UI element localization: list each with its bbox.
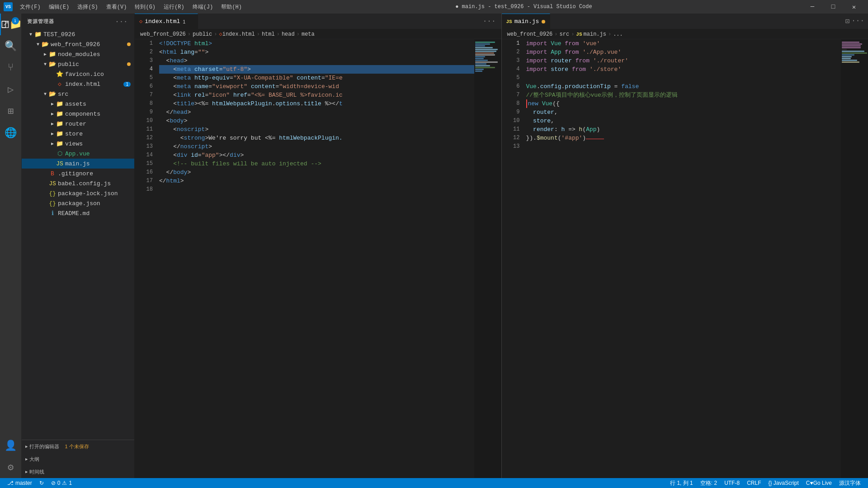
bc-item[interactable]: head xyxy=(282,31,295,38)
bc-item[interactable]: main.js xyxy=(584,31,606,38)
activity-search[interactable]: 🔍 xyxy=(0,35,22,57)
status-branch[interactable]: ⎇ master xyxy=(4,478,36,488)
maximize-button[interactable]: □ xyxy=(823,0,844,14)
bc-item[interactable]: web_front_0926 xyxy=(140,31,186,38)
status-indent[interactable]: 空格: 2 xyxy=(697,478,721,488)
activity-remote[interactable]: 🌐 xyxy=(0,122,22,144)
activity-account[interactable]: 👤 xyxy=(0,435,22,456)
tab-index-html[interactable]: ◇ index.html 1 ✕ xyxy=(135,14,198,29)
titlebar-menu[interactable]: 文件(F) 编辑(E) 选择(S) 查看(V) 转到(G) 运行(R) 终端(J… xyxy=(16,2,245,12)
sidebar-item-package[interactable]: ▶ {} package.json xyxy=(22,198,134,208)
sidebar-item-babel[interactable]: ▶ JS babel.config.js xyxy=(22,178,134,188)
left-tab-actions[interactable]: ··· xyxy=(481,15,501,27)
position-label: 行 1, 列 1 xyxy=(670,479,693,487)
code-token xyxy=(191,39,194,48)
sidebar-item-src[interactable]: ▼ 📂 src xyxy=(22,89,134,99)
status-live[interactable]: C♥Go Live xyxy=(802,478,835,488)
md-file-icon: ℹ xyxy=(49,210,56,217)
sidebar-item-main-js[interactable]: ▶ JS main.js xyxy=(22,159,134,169)
expand-arrow[interactable]: ▼ xyxy=(27,31,34,38)
sidebar-item-views[interactable]: ▶ 📁 views xyxy=(22,139,134,149)
activity-extensions[interactable]: ⊞ xyxy=(0,100,22,122)
activity-run[interactable]: ▷ xyxy=(0,79,22,100)
status-encoding[interactable]: UTF-8 xyxy=(721,478,743,488)
expand-arrow[interactable]: ▶ xyxy=(49,140,56,147)
expand-arrow[interactable]: ▶ xyxy=(49,130,56,137)
code-token xyxy=(191,82,194,91)
sidebar-item-public[interactable]: ▼ 📂 public xyxy=(22,59,134,69)
menu-run[interactable]: 运行(R) xyxy=(160,2,188,12)
menu-edit[interactable]: 编辑(E) xyxy=(45,2,73,12)
expand-arrow[interactable]: ▼ xyxy=(34,41,42,48)
mini-line xyxy=(475,58,484,59)
bc-item[interactable]: index.html xyxy=(222,31,255,38)
open-editors-section[interactable]: ▶ 打开的编辑器 1 个未保存 xyxy=(22,440,134,453)
code-token: config xyxy=(540,82,561,91)
bc-item[interactable]: ... xyxy=(613,31,623,38)
minimize-button[interactable]: ─ xyxy=(802,0,823,14)
bc-sep: › xyxy=(277,31,280,38)
menu-goto[interactable]: 转到(G) xyxy=(131,2,159,12)
activity-explorer[interactable]: 1 📁 xyxy=(0,14,22,35)
menu-help[interactable]: 帮助(H) xyxy=(217,2,245,12)
tab-main-js[interactable]: JS main.js xyxy=(502,14,551,29)
bc-item[interactable]: meta xyxy=(302,31,315,38)
sidebar-item-package-lock[interactable]: ▶ {} package-lock.json xyxy=(22,188,134,198)
sidebar-item-favicon[interactable]: ▶ ⭐ favicon.ico xyxy=(22,69,134,79)
new-file-icon[interactable]: ··· xyxy=(114,17,129,26)
bc-item[interactable]: html xyxy=(262,31,275,38)
menu-select[interactable]: 选择(S) xyxy=(74,2,102,12)
sidebar-item-components[interactable]: ▶ 📁 components xyxy=(22,109,134,119)
right-code-content[interactable]: import Vue from 'vue' import xyxy=(524,39,841,478)
status-font[interactable]: 源汉字体 xyxy=(835,478,864,488)
expand-arrow[interactable]: ▶ xyxy=(42,51,49,58)
menu-file[interactable]: 文件(F) xyxy=(16,2,44,12)
sidebar-item-assets[interactable]: ▶ 📁 assets xyxy=(22,99,134,109)
bc-item[interactable]: src xyxy=(560,31,570,38)
sidebar-item-readme[interactable]: ▶ ℹ README.md xyxy=(22,208,134,218)
sidebar-root[interactable]: ▼ 📁 TEST_0926 xyxy=(22,29,134,39)
status-errors[interactable]: ⊘ 0 ⚠ 1 xyxy=(47,478,75,488)
sidebar-item-web_front_0926[interactable]: ▼ 📂 web_front_0926 xyxy=(22,39,134,49)
activity-settings[interactable]: ⚙ xyxy=(0,456,22,478)
activity-source-control[interactable]: ⑂ xyxy=(0,57,22,79)
left-code-editor[interactable]: 1 2 3 4 5 6 7 8 9 10 11 12 13 xyxy=(135,39,501,478)
bc-item[interactable]: web_front_0926 xyxy=(507,31,553,38)
sidebar-header-icons[interactable]: ··· xyxy=(114,17,129,26)
status-language[interactable]: {} JavaScript xyxy=(764,478,802,488)
sidebar-item-store[interactable]: ▶ 📁 store xyxy=(22,129,134,139)
timeline-section[interactable]: ▶ 时间线 xyxy=(22,465,134,478)
outline-section[interactable]: ▶ 大纲 xyxy=(22,453,134,465)
code-token: < xyxy=(159,151,177,160)
right-code-editor[interactable]: 1 2 3 4 5 6 7 8 9 10 11 12 13 xyxy=(502,39,868,478)
status-position[interactable]: 行 1, 列 1 xyxy=(666,478,697,488)
right-pane-actions[interactable]: ⊡ ··· xyxy=(845,17,868,26)
sidebar-item-node_modules[interactable]: ▶ 📁 node_modules xyxy=(22,49,134,59)
bc-item[interactable]: public xyxy=(193,31,212,38)
expand-arrow[interactable]: ▼ xyxy=(42,61,49,68)
section-label: 打开的编辑器 xyxy=(29,443,59,450)
sidebar-item-app-vue[interactable]: ▶ ⬡ App.vue xyxy=(22,149,134,159)
close-button[interactable]: ✕ xyxy=(844,0,864,14)
sidebar-item-index-html[interactable]: ▶ ◇ index.html 1 xyxy=(22,79,134,89)
expand-arrow[interactable]: ▶ xyxy=(49,100,56,108)
status-eol[interactable]: CRLF xyxy=(743,478,764,488)
sidebar-item-gitignore[interactable]: ▶ B .gitignore xyxy=(22,169,134,178)
window-controls[interactable]: ─ □ ✕ xyxy=(802,0,864,14)
expand-arrow[interactable]: ▼ xyxy=(42,90,49,98)
mini-line xyxy=(842,51,864,52)
folder-open-icon: 📂 xyxy=(49,90,56,98)
more-actions-icon[interactable]: ··· xyxy=(481,15,498,27)
menu-view[interactable]: 查看(V) xyxy=(103,2,131,12)
code-token xyxy=(191,91,194,99)
code-token: < xyxy=(159,125,177,134)
status-sync[interactable]: ↻ xyxy=(36,478,47,488)
left-code-content[interactable]: <!DOCTYPE html> <html lang=""> <head> xyxy=(157,39,474,478)
sidebar-item-router[interactable]: ▶ 📁 router xyxy=(22,119,134,129)
more-actions-icon[interactable]: ··· xyxy=(851,17,864,26)
split-editor-icon[interactable]: ⊡ xyxy=(845,17,850,26)
menu-terminal[interactable]: 终端(J) xyxy=(189,2,217,12)
expand-arrow[interactable]: ▶ xyxy=(49,110,56,117)
code-token: "utf-8" xyxy=(222,65,247,74)
expand-arrow[interactable]: ▶ xyxy=(49,120,56,127)
